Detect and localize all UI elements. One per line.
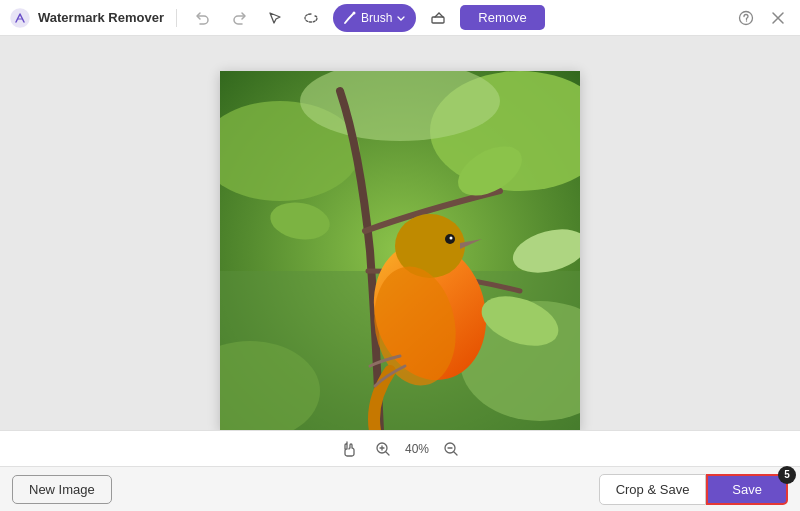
- eraser-icon: [430, 10, 446, 26]
- undo-icon: [195, 10, 211, 26]
- new-image-button[interactable]: New Image: [12, 475, 112, 504]
- bottom-right-buttons: Crop & Save Save 5: [599, 474, 788, 505]
- svg-rect-2: [432, 17, 444, 23]
- brush-icon: [343, 11, 357, 25]
- help-button[interactable]: [734, 6, 758, 30]
- save-button[interactable]: Save: [706, 474, 788, 505]
- chevron-down-icon: [396, 13, 406, 23]
- svg-point-4: [746, 20, 747, 21]
- selection-icon: [267, 10, 283, 26]
- help-icon: [738, 10, 754, 26]
- close-icon: [771, 11, 785, 25]
- zoom-out-icon: [443, 441, 459, 457]
- zoom-out-button[interactable]: [439, 437, 463, 461]
- toolbar-divider: [176, 9, 177, 27]
- hand-tool-button[interactable]: [337, 437, 361, 461]
- undo-button[interactable]: [189, 4, 217, 32]
- crop-save-button[interactable]: Crop & Save: [599, 474, 707, 505]
- svg-point-15: [450, 237, 453, 240]
- eraser-tool-button[interactable]: [424, 4, 452, 32]
- zoom-in-button[interactable]: [371, 437, 395, 461]
- close-button[interactable]: [766, 6, 790, 30]
- save-button-wrapper: Save 5: [706, 474, 788, 505]
- redo-button[interactable]: [225, 4, 253, 32]
- image-container[interactable]: [220, 71, 580, 431]
- app-logo-icon: [10, 8, 30, 28]
- brush-label: Brush: [361, 11, 392, 25]
- title-bar: Watermark Remover Brush: [0, 0, 800, 36]
- notification-badge: 5: [778, 466, 796, 484]
- selection-tool-button[interactable]: [261, 4, 289, 32]
- canvas-image: [220, 71, 580, 431]
- redo-icon: [231, 10, 247, 26]
- zoom-level: 40%: [405, 442, 429, 456]
- brush-tool-button[interactable]: Brush: [333, 4, 416, 32]
- svg-point-1: [352, 11, 355, 14]
- remove-button[interactable]: Remove: [460, 5, 544, 30]
- hand-icon: [340, 440, 358, 458]
- window-controls: [734, 6, 790, 30]
- bottom-bar: New Image Crop & Save Save 5: [0, 466, 800, 511]
- zoom-bar: 40%: [0, 430, 800, 466]
- svg-point-0: [11, 9, 29, 27]
- app-title: Watermark Remover: [38, 10, 164, 25]
- zoom-in-icon: [375, 441, 391, 457]
- canvas-area: 40%: [0, 36, 800, 466]
- lasso-tool-button[interactable]: [297, 4, 325, 32]
- lasso-icon: [303, 10, 319, 26]
